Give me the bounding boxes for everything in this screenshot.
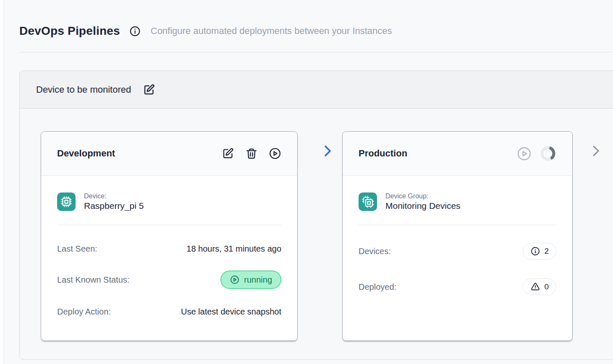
production-actions (516, 145, 556, 162)
chevron-right-icon[interactable] (589, 144, 603, 158)
play-circle-disabled-icon[interactable] (516, 146, 532, 161)
info-icon (530, 246, 540, 256)
devices-count: 2 (544, 247, 549, 256)
trash-icon[interactable] (245, 147, 258, 160)
deployed-label: Deployed: (359, 282, 396, 292)
development-card-header: Development (41, 132, 297, 176)
status-row: Last Known Status: running (57, 270, 281, 289)
devices-count-pill[interactable]: 2 (523, 243, 556, 260)
card-divider (57, 225, 281, 225)
status-label: Last Known Status: (57, 275, 129, 285)
card-divider (359, 225, 556, 225)
pipeline-panel: Device to be monitored Development (19, 70, 613, 360)
device-row: Device: Raspberry_pi 5 (57, 192, 281, 211)
status-badge-label: running (244, 275, 272, 285)
device-group-meta: Device Group: Monitoring Devices (385, 192, 461, 211)
edit-icon[interactable] (143, 83, 155, 96)
deployed-count: 0 (544, 282, 549, 291)
device-group-row: Device Group: Monitoring Devices (359, 192, 556, 211)
device-group-name: Monitoring Devices (385, 201, 461, 211)
play-circle-icon (230, 275, 240, 285)
deploy-action-label: Deploy Action: (57, 307, 111, 317)
production-card-body: Device Group: Monitoring Devices Devices… (343, 176, 572, 295)
play-circle-icon[interactable] (269, 147, 281, 160)
page-background: DevOps Pipelines Configure automated dep… (4, 0, 613, 364)
cpu-chip-stack-icon (359, 192, 377, 211)
page-subtitle: Configure automated deployments between … (151, 26, 392, 36)
chevron-right-icon (321, 144, 334, 158)
pipeline-panel-header: Device to be monitored (20, 71, 613, 109)
deployed-row: Deployed: 0 (359, 278, 556, 295)
production-card: Production (342, 131, 573, 341)
device-meta: Device: Raspberry_pi 5 (84, 192, 144, 211)
panel-title: Device to be monitored (36, 84, 131, 95)
last-seen-row: Last Seen: 18 hours, 31 minutes ago (57, 244, 281, 254)
development-card-body: Device: Raspberry_pi 5 Last Seen: 18 hou… (41, 176, 297, 317)
cpu-chip-icon (57, 192, 76, 211)
deployed-count-pill[interactable]: 0 (523, 278, 556, 295)
devices-label: Devices: (359, 247, 391, 256)
loading-spinner-icon (540, 145, 556, 162)
warning-triangle-icon (530, 282, 540, 292)
production-title: Production (359, 148, 407, 159)
page-header: DevOps Pipelines Configure automated dep… (19, 24, 392, 38)
header-divider (19, 52, 613, 52)
status-badge: running (220, 270, 281, 289)
production-card-header: Production (343, 132, 572, 176)
last-seen-label: Last Seen: (57, 244, 97, 254)
info-icon[interactable] (129, 26, 141, 37)
pipeline-panel-body: Development (20, 109, 613, 360)
devices-row: Devices: 2 (359, 243, 556, 260)
development-title: Development (57, 148, 115, 159)
device-name: Raspberry_pi 5 (84, 201, 144, 211)
edit-icon[interactable] (222, 147, 234, 160)
development-actions (222, 147, 281, 160)
device-label: Device: (84, 192, 144, 200)
deploy-action-row: Deploy Action: Use latest device snapsho… (57, 307, 281, 317)
device-group-label: Device Group: (385, 192, 461, 200)
deploy-action-value: Use latest device snapshot (181, 307, 281, 317)
last-seen-value: 18 hours, 31 minutes ago (186, 244, 281, 254)
page-title: DevOps Pipelines (19, 24, 120, 38)
development-card: Development (41, 131, 298, 341)
